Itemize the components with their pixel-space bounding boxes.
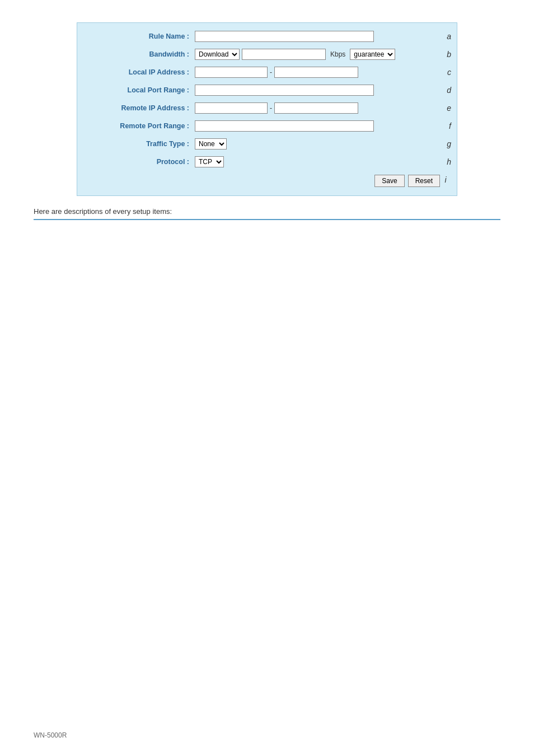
remote-ip-right-input[interactable]: [274, 102, 358, 114]
bandwidth-row: Bandwidth : Download Upload Kbps guarant…: [83, 46, 451, 62]
annotation-i: i: [440, 175, 451, 184]
protocol-input-cell: TCP UDP Both: [195, 156, 440, 167]
remote-port-input-cell: [195, 120, 440, 132]
bandwidth-guarantee-select[interactable]: guarantee maximum: [350, 49, 395, 60]
local-port-input[interactable]: [195, 85, 374, 96]
annotation-e: e: [440, 104, 451, 113]
remote-port-input[interactable]: [195, 120, 374, 132]
bandwidth-direction-select[interactable]: Download Upload: [195, 49, 240, 60]
local-port-input-cell: [195, 85, 440, 96]
remote-ip-label: Remote IP Address :: [83, 104, 195, 112]
protocol-row: Protocol : TCP UDP Both h: [83, 154, 451, 170]
traffic-type-label: Traffic Type :: [83, 140, 195, 148]
local-ip-left-input[interactable]: [195, 67, 268, 78]
bandwidth-input-cell: Download Upload Kbps guarantee maximum: [195, 49, 440, 60]
rule-name-input[interactable]: [195, 31, 374, 42]
traffic-type-input-cell: None Voice Video Data: [195, 138, 440, 150]
local-ip-right-input[interactable]: [274, 67, 358, 78]
reset-button[interactable]: Reset: [408, 175, 440, 187]
protocol-select[interactable]: TCP UDP Both: [195, 156, 224, 167]
description-text: Here are descriptions of every setup ite…: [34, 207, 500, 216]
rule-name-input-cell: [195, 31, 440, 42]
traffic-type-row: Traffic Type : None Voice Video Data g: [83, 136, 451, 152]
local-ip-input-cell: -: [195, 67, 440, 78]
annotation-b: b: [440, 50, 451, 59]
annotation-d: d: [440, 86, 451, 95]
remote-port-row: Remote Port Range : f: [83, 118, 451, 134]
rule-name-label: Rule Name :: [83, 32, 195, 40]
annotation-c: c: [440, 68, 451, 77]
annotation-h: h: [440, 157, 451, 166]
annotation-g: g: [440, 139, 451, 148]
protocol-label: Protocol :: [83, 158, 195, 166]
buttons-cell: Save Reset: [195, 172, 440, 187]
remote-ip-row: Remote IP Address : - e: [83, 100, 451, 116]
local-ip-label: Local IP Address :: [83, 68, 195, 76]
local-port-label: Local Port Range :: [83, 86, 195, 94]
remote-ip-input-cell: -: [195, 102, 440, 114]
traffic-type-select[interactable]: None Voice Video Data: [195, 138, 227, 150]
buttons-row: Save Reset i: [83, 172, 451, 188]
annotation-a: a: [440, 32, 451, 41]
rule-name-row: Rule Name : a: [83, 29, 451, 44]
ip-separator-c: -: [270, 68, 272, 76]
bandwidth-label: Bandwidth :: [83, 50, 195, 58]
remote-ip-left-input[interactable]: [195, 102, 268, 114]
ip-separator-e: -: [270, 104, 272, 112]
annotation-f: f: [440, 122, 451, 130]
remote-port-label: Remote Port Range :: [83, 122, 195, 130]
bandwidth-value-input[interactable]: [242, 49, 326, 60]
bandwidth-rule-form: Rule Name : a Bandwidth : Download Uploa…: [77, 22, 457, 196]
kbps-label: Kbps: [330, 50, 345, 58]
local-ip-row: Local IP Address : - c: [83, 64, 451, 80]
local-port-row: Local Port Range : d: [83, 82, 451, 98]
description-divider: [34, 219, 500, 220]
save-button[interactable]: Save: [374, 175, 404, 187]
